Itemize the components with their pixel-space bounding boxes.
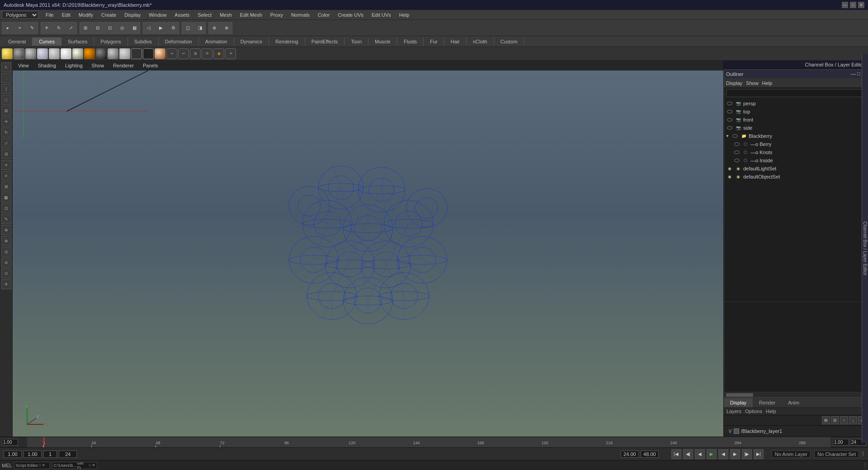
tab-subdivs[interactable]: Subdivs: [128, 38, 159, 46]
tab-dynamics[interactable]: Dynamics: [234, 38, 269, 46]
snap-grid-btn[interactable]: ⊟: [92, 22, 104, 34]
outliner-item-lightset[interactable]: ◉ ◉ defaultLightSet: [724, 164, 868, 173]
layer-icon-1[interactable]: ⊞: [822, 416, 830, 424]
lasso-tool-btn[interactable]: ⌖: [14, 22, 26, 34]
outliner-item-berry[interactable]: ⬡ —o Berry: [724, 140, 868, 148]
menu-assets[interactable]: Assets: [171, 11, 193, 19]
layer-menu-help[interactable]: Help: [766, 409, 776, 414]
timeline-current-frame[interactable]: [833, 439, 849, 446]
shelf-icon-15[interactable]: ↪: [166, 48, 177, 59]
mode-selector[interactable]: Polygons Surfaces Dynamics Rendering: [2, 11, 38, 19]
bottom-resize[interactable]: ⋮: [863, 462, 866, 468]
outliner-item-side[interactable]: 📷 side: [724, 124, 868, 132]
command-input-bar[interactable]: C:\Users\b... with P) □ ✕: [52, 462, 97, 469]
tab-surfaces[interactable]: Surfaces: [61, 38, 94, 46]
vp-menu-lighting[interactable]: Lighting: [61, 62, 86, 69]
vp-menu-panels[interactable]: Panels: [139, 62, 162, 69]
rotate-btn[interactable]: ↻: [1, 127, 11, 137]
layer-tab-anim[interactable]: Anim: [782, 398, 806, 407]
transport-range-frame[interactable]: [59, 451, 77, 458]
script-editor-toggle[interactable]: Script Editor □ ✕: [14, 462, 50, 469]
outliner-minimize-btn[interactable]: —: [851, 71, 856, 77]
snap-surface-btn[interactable]: ▦: [128, 22, 140, 34]
timeline-ruler[interactable]: 1 24 48 72 96 120 144 168 192 216 240 26…: [27, 437, 831, 447]
outliner-item-objectset[interactable]: ◉ ◉ defaultObjectSet: [724, 173, 868, 181]
extra-l7[interactable]: ✎: [1, 214, 11, 224]
viewport[interactable]: View Shading Lighting Show Renderer Pane…: [13, 61, 723, 437]
layer-tab-render[interactable]: Render: [753, 398, 782, 407]
menu-modify[interactable]: Modify: [75, 11, 97, 19]
outliner-item-knots[interactable]: ⬡ —o Knots: [724, 148, 868, 156]
outliner-menu-show[interactable]: Show: [746, 80, 759, 86]
edge-btn[interactable]: |: [1, 84, 11, 94]
shelf-icon-6[interactable]: [61, 48, 71, 59]
maximize-button[interactable]: □: [850, 2, 856, 8]
snap-curve-btn[interactable]: ⊡: [104, 22, 116, 34]
outliner-item-inside[interactable]: ⬡ —o Inside: [724, 156, 868, 164]
tab-fur[interactable]: Fur: [424, 38, 444, 46]
navigate-btn[interactable]: ✈: [1, 279, 11, 289]
play-btn[interactable]: ▶: [707, 449, 717, 459]
tab-muscle[interactable]: Muscle: [368, 38, 397, 46]
extra-l12[interactable]: ⊙: [1, 268, 11, 278]
menu-mesh[interactable]: Mesh: [216, 11, 236, 19]
tab-deformation[interactable]: Deformation: [159, 38, 199, 46]
shelf-icon-17[interactable]: ⊞: [190, 48, 201, 59]
layer-icon-4[interactable]: ↓: [849, 416, 857, 424]
menu-help[interactable]: Help: [396, 11, 413, 19]
outliner-scrollbar-horizontal[interactable]: [724, 392, 868, 397]
transport-resize-handle[interactable]: ⋮: [861, 451, 864, 457]
transport-frame[interactable]: [43, 451, 57, 458]
tab-curves[interactable]: Curves: [33, 38, 61, 46]
shelf-icon-19[interactable]: ◉: [213, 48, 224, 59]
show-ui-btn[interactable]: ◫: [182, 22, 193, 34]
tab-animation[interactable]: Animation: [199, 38, 234, 46]
uv-btn[interactable]: ⊞: [1, 106, 11, 116]
extra-l10[interactable]: ◎: [1, 247, 11, 257]
vp-menu-shading[interactable]: Shading: [34, 62, 60, 69]
extra-l9[interactable]: ⊗: [1, 236, 11, 246]
menu-select[interactable]: Select: [194, 11, 215, 19]
vp-menu-view[interactable]: View: [14, 62, 33, 69]
transport-current-frame[interactable]: [24, 451, 42, 458]
transform-btn[interactable]: ⊞: [80, 22, 91, 34]
select-mode-btn[interactable]: ↖: [1, 62, 11, 72]
layer-tab-display[interactable]: Display: [724, 398, 753, 407]
transport-start-frame[interactable]: [4, 451, 22, 458]
layer-visibility[interactable]: V: [726, 428, 734, 435]
tab-painteffects[interactable]: PaintEffects: [305, 38, 345, 46]
tab-toon[interactable]: Toon: [344, 38, 368, 46]
minimize-button[interactable]: —: [842, 2, 848, 8]
paint-tool-btn[interactable]: ✎: [26, 22, 38, 34]
tab-ncloth[interactable]: nCloth: [467, 38, 494, 46]
timeline-start-input[interactable]: [2, 439, 18, 446]
menu-file[interactable]: File: [42, 11, 57, 19]
vp-menu-renderer[interactable]: Renderer: [109, 62, 137, 69]
ipr-btn[interactable]: ⚙: [167, 22, 179, 34]
outliner-maximize-btn[interactable]: □: [857, 71, 860, 77]
shelf-icon-3[interactable]: [25, 48, 36, 59]
shelf-icon-2[interactable]: [14, 48, 24, 59]
next-frame-btn[interactable]: ▶: [730, 449, 740, 459]
outliner-item-front[interactable]: 📷 front: [724, 116, 868, 124]
extra-l11[interactable]: ⊘: [1, 258, 11, 268]
shelf-icon-9[interactable]: [96, 48, 107, 59]
show-hide-btn[interactable]: ◨: [194, 22, 206, 34]
attribute-editor-tab[interactable]: Channel Box / Layer Editor: [862, 54, 868, 443]
extra-btn-2[interactable]: ⊗: [221, 22, 232, 34]
rotate-tool-btn[interactable]: ↻: [53, 22, 65, 34]
select-tool-btn[interactable]: ▸: [2, 22, 14, 34]
shelf-icon-1[interactable]: [2, 48, 13, 59]
vp-menu-show[interactable]: Show: [88, 62, 108, 69]
tab-polygons[interactable]: Polygons: [94, 38, 127, 46]
extra-l6[interactable]: ⊡: [1, 203, 11, 213]
scale-btn[interactable]: ⤢: [1, 138, 11, 148]
menu-color[interactable]: Color: [314, 11, 333, 19]
layer-icon-3[interactable]: ↑: [840, 416, 848, 424]
face-btn[interactable]: □: [1, 95, 11, 105]
extra-l8[interactable]: ⊕: [1, 225, 11, 235]
move-tool-btn[interactable]: ✛: [41, 22, 52, 34]
shelf-icon-7[interactable]: [72, 48, 83, 59]
shelf-icon-20[interactable]: ☀: [225, 48, 236, 59]
menu-edit-mesh[interactable]: Edit Mesh: [236, 11, 266, 19]
